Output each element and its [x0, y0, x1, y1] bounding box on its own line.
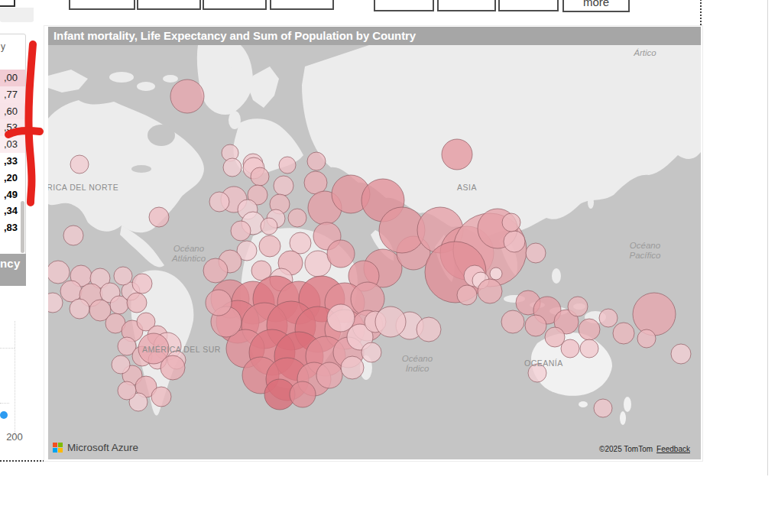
map-bubble[interactable]	[304, 171, 327, 194]
more-button[interactable]: more	[562, 0, 630, 12]
map-bubble[interactable]	[132, 274, 152, 294]
ms-square-blue	[53, 448, 57, 453]
map-bubble[interactable]	[290, 381, 316, 407]
map-bubble[interactable]	[526, 243, 546, 263]
azure-map[interactable]: ÁrticoAMÉRICA DEL NORTEASIAOcéanoAtlánti…	[48, 45, 701, 459]
map-bubble[interactable]	[457, 285, 477, 305]
slicer-button-6[interactable]	[437, 0, 496, 11]
map-bubble[interactable]	[118, 381, 136, 400]
copyright-text: ©2025 TomTom	[599, 445, 653, 453]
map-bubble[interactable]	[209, 192, 229, 212]
slicer-button-1[interactable]	[69, 0, 135, 10]
map-bubble[interactable]	[579, 319, 600, 340]
feedback-link[interactable]: Feedback	[656, 445, 690, 453]
map-bubble[interactable]	[525, 315, 546, 336]
slicer-button-2[interactable]	[137, 0, 201, 10]
map-bubble[interactable]	[633, 293, 676, 336]
map-bubble[interactable]	[223, 158, 242, 177]
slicer-button-7[interactable]	[498, 0, 559, 11]
map-bubble[interactable]	[290, 232, 311, 254]
map-bubble[interactable]	[48, 261, 70, 284]
azure-logo: Microsoft Azure	[53, 442, 138, 453]
map-bubble[interactable]	[127, 293, 147, 313]
map-bubble[interactable]	[307, 152, 326, 170]
slicer-button-4[interactable]	[270, 0, 334, 10]
map-attribution: ©2025 TomTomFeedback	[599, 445, 690, 453]
panel-fragment	[0, 8, 34, 22]
slicer-button-3[interactable]	[203, 0, 267, 10]
map-bubble[interactable]	[70, 155, 89, 174]
table-row[interactable]: ,33	[0, 153, 25, 170]
map-bubble[interactable]	[637, 329, 656, 348]
table-row[interactable]: ,77	[0, 86, 25, 103]
slicer-button-5[interactable]	[374, 0, 434, 11]
map-bubble[interactable]	[288, 209, 306, 227]
map-bubble[interactable]	[149, 207, 169, 227]
map-bubble[interactable]	[375, 307, 406, 337]
map-bubble[interactable]	[341, 356, 364, 379]
map-bubble[interactable]	[361, 342, 381, 362]
map-bubble[interactable]	[478, 279, 502, 303]
map-bubble[interactable]	[279, 157, 296, 174]
map-bubble[interactable]	[274, 176, 293, 196]
map-bubble[interactable]	[231, 221, 251, 241]
map-bubble[interactable]	[63, 225, 83, 245]
map-bubble[interactable]	[580, 339, 598, 358]
map-bubble[interactable]	[594, 399, 612, 417]
map-bubble[interactable]	[561, 339, 579, 358]
map-label: OCEANÍA	[524, 358, 563, 368]
map-label: OcéanoAtlántico	[171, 244, 206, 263]
map-bubble[interactable]	[417, 317, 441, 342]
table-row[interactable]: ,60	[0, 103, 25, 120]
chart-title-bar: ncy	[0, 254, 26, 286]
map-bubble[interactable]	[112, 355, 130, 374]
map-bubble[interactable]	[599, 309, 618, 327]
annotation-vertical-stroke	[28, 44, 33, 203]
map-bubble[interactable]	[151, 387, 171, 407]
microsoft-logo-icon	[53, 443, 63, 453]
table-column-header: y	[1, 41, 5, 52]
map-bubble[interactable]	[502, 213, 520, 232]
map-label: AMÉRICA DEL SUR	[142, 345, 221, 354]
map-bubble[interactable]	[160, 355, 185, 380]
map-bubble[interactable]	[170, 79, 204, 113]
ms-square-yellow	[58, 448, 63, 453]
scatter-data-point[interactable]	[0, 411, 8, 419]
map-label: ASIA	[457, 183, 477, 192]
map-bubble[interactable]	[442, 139, 472, 170]
map-visual-card: Infant mortality, Life Expectancy and Su…	[44, 25, 703, 462]
map-bubble[interactable]	[70, 299, 89, 319]
map-bubble[interactable]	[671, 344, 691, 364]
map-label: OcéanoÍndico	[402, 354, 433, 373]
map-bubble[interactable]	[259, 235, 280, 257]
map-visual-title: Infant mortality, Life Expectancy and Su…	[48, 27, 701, 45]
page-edge-line	[767, 0, 768, 475]
ms-square-red	[53, 443, 57, 447]
map-bubble[interactable]	[568, 297, 588, 316]
table-visual: y ,00,77,60,53,03,33,20,49,34,83	[0, 34, 26, 255]
table-scrollbar[interactable]	[21, 201, 24, 253]
map-bubble[interactable]	[504, 231, 525, 252]
scatter-gridline-vertical	[15, 321, 15, 433]
map-bubble[interactable]	[490, 268, 502, 280]
table-row[interactable]: ,03	[0, 136, 25, 153]
map-bubble[interactable]	[206, 290, 232, 316]
map-bubble[interactable]	[327, 304, 355, 332]
map-bubble[interactable]	[316, 362, 342, 388]
map-bubble[interactable]	[261, 218, 277, 235]
map-bubble[interactable]	[251, 167, 269, 186]
map-bubble[interactable]	[114, 267, 132, 285]
map-label: Ártico	[633, 48, 656, 57]
table-row[interactable]: ,53	[0, 119, 25, 136]
corner-checkbox[interactable]	[0, 0, 15, 7]
scatter-axis-tick: 200	[2, 431, 27, 443]
map-bubble[interactable]	[327, 240, 355, 268]
map-label: AMÉRICA DEL NORTE	[48, 183, 118, 192]
azure-logo-label: Microsoft Azure	[67, 442, 138, 453]
map-bubble[interactable]	[613, 323, 634, 344]
scatter-gridline-horizontal	[0, 403, 9, 404]
table-row[interactable]: ,20	[0, 170, 25, 187]
map-bubble[interactable]	[501, 310, 524, 333]
table-row[interactable]: ,00	[0, 70, 25, 86]
map-bubble[interactable]	[203, 258, 228, 283]
